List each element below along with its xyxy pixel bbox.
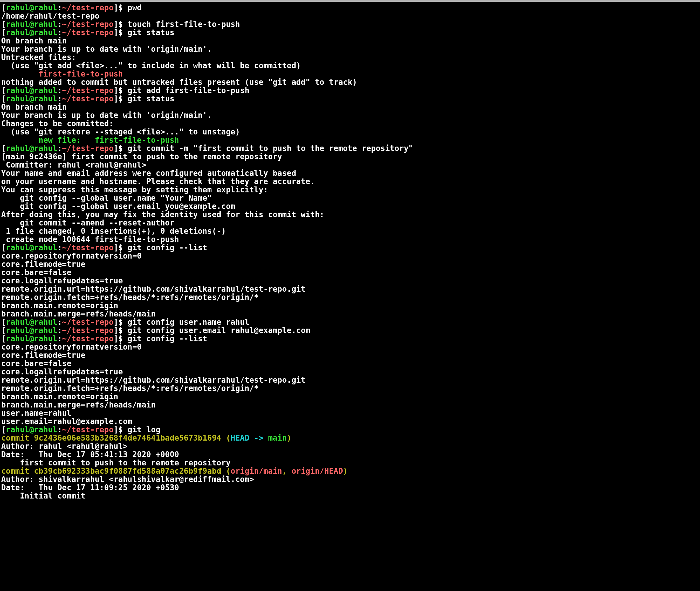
terminal-output: remote.origin.url=https://github.com/shi…: [1, 285, 699, 293]
prompt-bracket-open: [: [1, 20, 6, 29]
prompt-dollar: $: [118, 86, 128, 95]
terminal-output: branch.main.remote=origin: [1, 302, 699, 310]
terminal-output: Committer: rahul <rahul@rahul>: [1, 161, 699, 169]
terminal-output: core.repositoryformatversion=0: [1, 343, 699, 351]
output-text: user.email=rahul@example.com: [1, 417, 132, 426]
prompt-path: ~/test-repo: [62, 144, 114, 153]
prompt-bracket-open: [: [1, 318, 6, 327]
output-text: core.logallrefupdates=true: [1, 276, 123, 285]
prompt-bracket-open: [: [1, 334, 6, 343]
output-text: Author: rahul <rahul@rahul>: [1, 442, 128, 451]
prompt-user: rahul@rahul: [6, 94, 57, 103]
prompt-dollar: $: [118, 144, 128, 153]
terminal-output: core.repositoryformatversion=0: [1, 252, 699, 260]
terminal-output: /home/rahul/test-repo: [1, 12, 699, 20]
git-new-file: new file: first-file-to-push: [1, 136, 699, 144]
terminal-output: git commit --amend --reset-author: [1, 219, 699, 227]
output-text: Author: shivalkarrahul <rahulshivalkar@r…: [1, 475, 254, 484]
terminal-prompt-line[interactable]: [rahul@rahul:~/test-repo]$ git config us…: [1, 326, 699, 334]
prompt-bracket-close: ]: [114, 20, 119, 29]
git-untracked-file: first-file-to-push: [1, 70, 699, 78]
commit-hash: commit 9c2436e06e583b3268f4de74641bade56…: [1, 434, 221, 442]
terminal-output: Author: shivalkarrahul <rahulshivalkar@r…: [1, 475, 699, 483]
prompt-path: ~/test-repo: [62, 86, 114, 95]
prompt-colon: :: [57, 86, 62, 95]
terminal-command: pwd: [128, 3, 142, 12]
terminal-output: remote.origin.fetch=+refs/heads/*:refs/r…: [1, 293, 699, 302]
output-text: branch.main.remote=origin: [1, 301, 118, 310]
terminal-output: Your branch is up to date with 'origin/m…: [1, 45, 699, 53]
prompt-bracket-close: ]: [114, 243, 119, 252]
output-text: create mode 100644 first-file-to-push: [1, 235, 179, 244]
prompt-bracket-open: [: [1, 28, 6, 37]
terminal-prompt-line[interactable]: [rahul@rahul:~/test-repo]$ git status: [1, 28, 699, 37]
terminal-output: Date: Thu Dec 17 05:41:13 2020 +0000: [1, 450, 699, 459]
prompt-colon: :: [57, 425, 62, 434]
terminal-prompt-line[interactable]: [rahul@rahul:~/test-repo]$ touch first-f…: [1, 20, 699, 28]
terminal-output: 1 file changed, 0 insertions(+), 0 delet…: [1, 227, 699, 235]
output-text: Untracked files:: [1, 53, 76, 62]
output-text: /home/rahul/test-repo: [1, 11, 99, 20]
prompt-user: rahul@rahul: [6, 425, 57, 434]
output-text: remote.origin.fetch=+refs/heads/*:refs/r…: [1, 384, 259, 393]
terminal-output: user.name=rahul: [1, 409, 699, 417]
prompt-dollar: $: [118, 243, 128, 252]
git-commit-header: commit 9c2436e06e583b3268f4de74641bade56…: [1, 434, 699, 442]
terminal-prompt-line[interactable]: [rahul@rahul:~/test-repo]$ pwd: [1, 4, 699, 12]
prompt-colon: :: [57, 3, 62, 12]
terminal[interactable]: [rahul@rahul:~/test-repo]$ pwd/home/rahu…: [0, 2, 700, 502]
output-text: Your branch is up to date with 'origin/m…: [1, 111, 212, 120]
prompt-user: rahul@rahul: [6, 144, 57, 153]
terminal-output: branch.main.merge=refs/heads/main: [1, 310, 699, 318]
prompt-bracket-open: [: [1, 86, 6, 95]
output-text: core.filemode=true: [1, 260, 85, 269]
terminal-prompt-line[interactable]: [rahul@rahul:~/test-repo]$ git add first…: [1, 86, 699, 94]
prompt-bracket-open: [: [1, 3, 6, 12]
terminal-output: core.bare=false: [1, 268, 699, 277]
prompt-dollar: $: [118, 334, 128, 343]
output-text: core.filemode=true: [1, 351, 85, 359]
prompt-dollar: $: [118, 28, 128, 37]
prompt-bracket-close: ]: [114, 318, 119, 327]
terminal-output: user.email=rahul@example.com: [1, 417, 699, 425]
output-text: On branch main: [1, 103, 67, 112]
output-text: remote.origin.fetch=+refs/heads/*:refs/r…: [1, 293, 259, 302]
prompt-path: ~/test-repo: [62, 425, 114, 434]
prompt-bracket-open: [: [1, 326, 6, 335]
prompt-bracket-close: ]: [114, 326, 119, 335]
terminal-prompt-line[interactable]: [rahul@rahul:~/test-repo]$ git log: [1, 425, 699, 434]
prompt-path: ~/test-repo: [62, 318, 114, 327]
prompt-dollar: $: [118, 20, 128, 29]
terminal-prompt-line[interactable]: [rahul@rahul:~/test-repo]$ git status: [1, 94, 699, 103]
prompt-bracket-open: [: [1, 144, 6, 153]
output-text: remote.origin.url=https://github.com/shi…: [1, 376, 305, 384]
output-text: branch.main.remote=origin: [1, 392, 118, 401]
terminal-command: git status: [128, 28, 174, 37]
output-text: first commit to push to the remote repos…: [1, 458, 231, 467]
prompt-bracket-close: ]: [114, 28, 119, 37]
prompt-user: rahul@rahul: [6, 243, 57, 252]
prompt-path: ~/test-repo: [62, 326, 114, 335]
prompt-user: rahul@rahul: [6, 20, 57, 29]
output-text: (use "git add <file>..." to include in w…: [1, 61, 301, 70]
terminal-output: (use "git add <file>..." to include in w…: [1, 61, 699, 70]
git-ref: main: [268, 434, 287, 442]
terminal-prompt-line[interactable]: [rahul@rahul:~/test-repo]$ git config --…: [1, 334, 699, 343]
terminal-output: git config --global user.name "Your Name…: [1, 194, 699, 202]
terminal-output: Your name and email address were configu…: [1, 169, 699, 177]
prompt-user: rahul@rahul: [6, 334, 57, 343]
terminal-output: remote.origin.url=https://github.com/shi…: [1, 376, 699, 384]
output-text: On branch main: [1, 36, 67, 45]
terminal-command: git config --list: [128, 243, 207, 252]
prompt-bracket-close: ]: [114, 334, 119, 343]
terminal-prompt-line[interactable]: [rahul@rahul:~/test-repo]$ git commit -m…: [1, 144, 699, 152]
terminal-prompt-line[interactable]: [rahul@rahul:~/test-repo]$ git config --…: [1, 244, 699, 252]
output-text: Your name and email address were configu…: [1, 169, 296, 178]
terminal-output: On branch main: [1, 37, 699, 45]
terminal-command: git add first-file-to-push: [128, 86, 249, 95]
output-text: You can suppress this message by setting…: [1, 185, 268, 194]
terminal-command: git commit -m "first commit to push to t…: [128, 144, 413, 153]
terminal-output: on your username and hostname. Please ch…: [1, 177, 699, 186]
terminal-prompt-line[interactable]: [rahul@rahul:~/test-repo]$ git config us…: [1, 318, 699, 326]
output-text: git config --global user.name "Your Name…: [1, 194, 212, 202]
